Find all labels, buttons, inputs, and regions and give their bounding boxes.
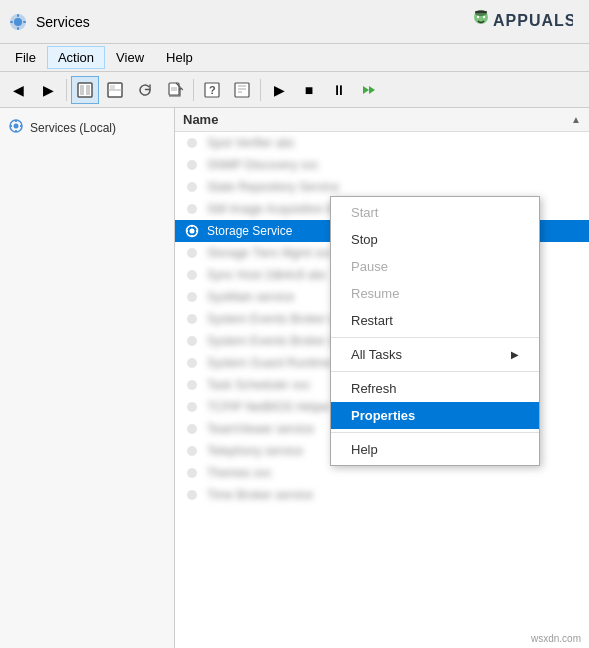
svg-rect-43 — [186, 230, 188, 232]
menu-action[interactable]: Action — [47, 46, 105, 69]
svg-rect-17 — [110, 85, 115, 89]
svg-point-55 — [187, 468, 197, 478]
svg-point-53 — [187, 424, 197, 434]
svg-rect-5 — [23, 21, 26, 23]
service-icon — [183, 134, 201, 152]
context-menu-start[interactable]: Start — [331, 199, 539, 226]
pause-button[interactable]: ⏸ — [325, 76, 353, 104]
resume-button[interactable] — [355, 76, 383, 104]
name-column-label: Name — [183, 112, 218, 127]
list-item[interactable]: Time Broker service — [175, 484, 589, 506]
service-icon — [183, 200, 201, 218]
svg-point-10 — [483, 15, 485, 17]
svg-rect-2 — [17, 14, 19, 17]
sort-arrow-icon: ▲ — [571, 114, 581, 125]
svg-text:APPUALS: APPUALS — [493, 12, 573, 29]
svg-marker-27 — [363, 86, 369, 94]
help-toolbar-button[interactable]: ? — [198, 76, 226, 104]
context-menu-properties[interactable]: Properties — [331, 402, 539, 429]
context-menu-separator-1 — [331, 337, 539, 338]
right-panel: Name ▲ Spot Verifier abc SNMP Discovery … — [175, 108, 589, 648]
context-menu-all-tasks[interactable]: All Tasks ▶ — [331, 341, 539, 368]
svg-point-38 — [187, 204, 197, 214]
menu-view[interactable]: View — [105, 46, 155, 69]
svg-rect-31 — [15, 120, 17, 122]
svg-point-45 — [187, 248, 197, 258]
submenu-arrow-icon: ▶ — [511, 349, 519, 360]
scope-view-button[interactable] — [101, 76, 129, 104]
properties-toolbar-button[interactable] — [228, 76, 256, 104]
toolbar-separator-2 — [193, 79, 194, 101]
storage-service-icon — [183, 222, 201, 240]
service-name: Time Broker service — [207, 488, 581, 502]
context-menu: Start Stop Pause Resume Restart All Task… — [330, 196, 540, 466]
main-content: Services (Local) Name ▲ Spot Verifier ab… — [0, 108, 589, 648]
svg-point-1 — [14, 18, 22, 26]
list-item[interactable]: State Repository Service — [175, 176, 589, 198]
svg-rect-44 — [196, 230, 198, 232]
service-icon — [183, 486, 201, 504]
left-panel: Services (Local) — [0, 108, 175, 648]
svg-point-9 — [477, 15, 479, 17]
title-bar: Services APPUALS — [0, 0, 589, 44]
svg-rect-14 — [86, 85, 90, 95]
svg-point-46 — [187, 270, 197, 280]
svg-rect-4 — [10, 21, 13, 23]
service-icon — [183, 354, 201, 372]
svg-point-54 — [187, 446, 197, 456]
context-menu-refresh[interactable]: Refresh — [331, 375, 539, 402]
list-item[interactable]: Spot Verifier abc — [175, 132, 589, 154]
svg-point-49 — [187, 336, 197, 346]
service-icon — [183, 442, 201, 460]
context-menu-stop[interactable]: Stop — [331, 226, 539, 253]
svg-rect-32 — [15, 130, 17, 132]
service-icon — [183, 332, 201, 350]
context-menu-restart[interactable]: Restart — [331, 307, 539, 334]
svg-rect-13 — [80, 85, 84, 95]
export-button[interactable] — [161, 76, 189, 104]
toolbar-separator-1 — [66, 79, 67, 101]
menu-file[interactable]: File — [4, 46, 47, 69]
svg-point-36 — [187, 160, 197, 170]
context-menu-resume[interactable]: Resume — [331, 280, 539, 307]
service-icon — [183, 464, 201, 482]
refresh-toolbar-button[interactable] — [131, 76, 159, 104]
svg-point-40 — [190, 228, 195, 233]
service-icon — [183, 178, 201, 196]
svg-rect-23 — [235, 83, 249, 97]
back-button[interactable]: ◀ — [4, 76, 32, 104]
service-icon — [183, 310, 201, 328]
app-title: Services — [36, 14, 463, 30]
service-name: SNMP Discovery svc — [207, 158, 581, 172]
services-local-icon — [8, 118, 24, 137]
svg-rect-3 — [17, 27, 19, 30]
services-column-header: Name ▲ — [175, 108, 589, 132]
menu-bar: File Action View Help — [0, 44, 589, 72]
svg-rect-34 — [20, 125, 22, 127]
svg-point-52 — [187, 402, 197, 412]
context-menu-help[interactable]: Help — [331, 436, 539, 463]
forward-button[interactable]: ▶ — [34, 76, 62, 104]
service-name: Themes svc — [207, 466, 581, 480]
context-menu-pause[interactable]: Pause — [331, 253, 539, 280]
svg-rect-41 — [191, 225, 193, 227]
play-button[interactable]: ▶ — [265, 76, 293, 104]
service-name: State Repository Service — [207, 180, 581, 194]
stop-button[interactable]: ■ — [295, 76, 323, 104]
svg-point-37 — [187, 182, 197, 192]
toolbar-separator-3 — [260, 79, 261, 101]
appuals-logo: APPUALS — [463, 3, 573, 41]
service-icon — [183, 156, 201, 174]
context-menu-separator-2 — [331, 371, 539, 372]
list-item[interactable]: SNMP Discovery svc — [175, 154, 589, 176]
service-icon — [183, 398, 201, 416]
left-panel-label: Services (Local) — [30, 121, 116, 135]
context-menu-separator-3 — [331, 432, 539, 433]
svg-rect-33 — [10, 125, 12, 127]
svg-text:?: ? — [209, 84, 216, 96]
console-tree-button[interactable] — [71, 76, 99, 104]
menu-help[interactable]: Help — [155, 46, 204, 69]
left-panel-header[interactable]: Services (Local) — [0, 112, 174, 143]
svg-rect-42 — [191, 235, 193, 237]
svg-marker-28 — [369, 86, 375, 94]
